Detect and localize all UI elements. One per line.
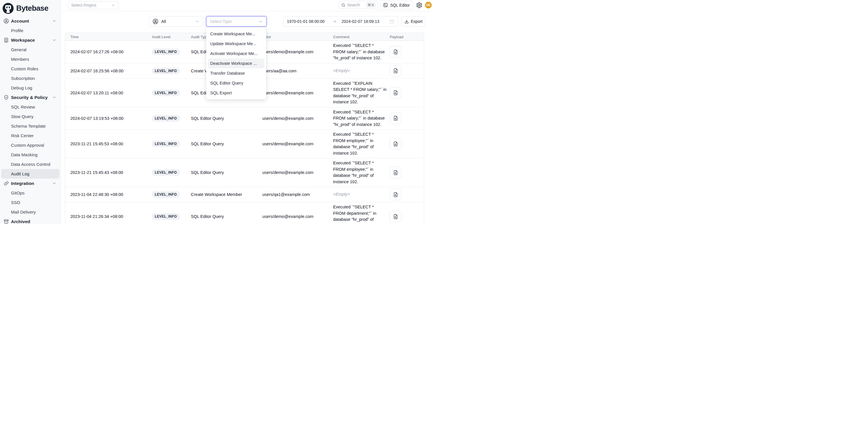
cell-time: 2024-02-07 16:25:56 +08:00 [65, 69, 152, 73]
cell-time: 2023-11-21 15:45:43 +08:00 [65, 170, 152, 175]
cell-payload [388, 138, 424, 150]
project-select[interactable]: Select Project [68, 1, 118, 9]
payload-button[interactable] [390, 189, 401, 200]
payload-button[interactable] [390, 65, 401, 77]
type-filter-dropdown: Create Workspace Me...Update Workspace M… [206, 27, 266, 100]
sidebar-item-general[interactable]: General [0, 45, 61, 55]
payload-button[interactable] [390, 113, 401, 124]
bytebase-app: Bytebase AccountProfileWorkspaceGeneralM… [0, 0, 434, 224]
sidebar-item-gitops[interactable]: GitOps [0, 188, 61, 198]
cell-time: 2024-02-07 13:19:53 +08:00 [65, 116, 152, 121]
user-circle-icon [3, 18, 9, 24]
menu-item-update-workspace-me[interactable]: Update Workspace Me... [208, 39, 264, 49]
sidebar-item-sql-review[interactable]: SQL Review [0, 102, 61, 112]
menu-item-activate-workspace-me[interactable]: Activate Workspace Me... [208, 49, 264, 59]
chevron-down-icon [52, 38, 57, 42]
column-header-payload: Payload [388, 35, 424, 39]
cell-audit-type: SQL Editor Query [191, 116, 262, 121]
sidebar-item-label: Audit Log [11, 171, 29, 176]
sidebar-item-label: SSO [11, 200, 20, 205]
menu-item-sql-export[interactable]: SQL Export [208, 88, 264, 98]
menu-item-sql-editor-query[interactable]: SQL Editor Query [208, 78, 264, 88]
payload-button[interactable] [390, 167, 401, 178]
sidebar-item-integration[interactable]: Integration [0, 179, 61, 188]
sidebar-item-account[interactable]: Account [0, 16, 61, 26]
sidebar-item-mail-delivery[interactable]: Mail Delivery [0, 207, 61, 217]
cell-payload [388, 189, 424, 200]
sidebar-item-label: Account [11, 19, 29, 24]
cell-comment: Executed `"SELECT * FROM department;"` i… [333, 202, 388, 224]
sidebar-item-subscription[interactable]: Subscription [0, 73, 61, 83]
search-input[interactable]: Search ⌘ K [339, 1, 378, 9]
cell-audit-level: LEVEL_INFO [152, 191, 191, 198]
cell-audit-level: LEVEL_INFO [152, 90, 191, 96]
sidebar-item-label: General [11, 47, 26, 52]
file-search-icon [393, 49, 398, 55]
file-search-icon [393, 141, 398, 147]
sidebar-item-schema-template[interactable]: Schema Template [0, 121, 61, 131]
payload-button[interactable] [390, 87, 401, 99]
sidebar-item-workspace[interactable]: Workspace [0, 35, 61, 45]
avatar[interactable]: DE [425, 2, 432, 8]
menu-item-create-workspace-me[interactable]: Create Workspace Me... [208, 29, 264, 39]
sidebar-item-slow-query[interactable]: Slow Query [0, 112, 61, 121]
cell-comment: Executed `"SELECT * FROM salary;"` in da… [333, 41, 388, 63]
cell-time: 2024-02-07 16:27:26 +08:00 [65, 50, 152, 54]
level-badge: LEVEL_INFO [152, 169, 180, 176]
sidebar-item-custom-roles[interactable]: Custom Roles [0, 64, 61, 73]
level-badge: LEVEL_INFO [152, 49, 180, 55]
comment-text: Executed `"SELECT * FROM employee;"` in … [333, 130, 387, 158]
sidebar-item-archived[interactable]: Archived [0, 217, 61, 224]
sidebar-item-data-access-control[interactable]: Data Access Control [0, 159, 61, 169]
column-header-time: Time [65, 35, 152, 39]
export-button[interactable]: Export [402, 16, 425, 27]
sidebar-item-label: Custom Roles [11, 66, 38, 71]
export-label: Export [411, 19, 423, 24]
search-shortcut-kbd: ⌘ K [366, 2, 375, 7]
cell-actor: users/demo@example.com [262, 141, 333, 146]
cell-audit-level: LEVEL_INFO [152, 169, 191, 176]
calendar-icon [390, 19, 394, 24]
actor-filter-value: All [161, 19, 166, 24]
payload-button[interactable] [390, 211, 401, 222]
sidebar-item-label: Members [11, 57, 29, 62]
sidebar-item-sso[interactable]: SSO [0, 198, 61, 207]
date-range-picker[interactable]: 1970-01-01 08:00:00 2024-02-07 18:09:13 [283, 16, 398, 27]
cell-actor: users/demo@example.com [262, 50, 333, 54]
payload-button[interactable] [390, 46, 401, 58]
bytebase-logo-text: Bytebase [16, 4, 48, 13]
bytebase-logo: Bytebase [0, 0, 61, 14]
sidebar-item-debug-log[interactable]: Debug Log [0, 83, 61, 93]
menu-item-transfer-database[interactable]: Transfer Database [208, 68, 264, 78]
sidebar-nav: AccountProfileWorkspaceGeneralMembersCus… [0, 16, 61, 224]
sidebar-item-custom-approval[interactable]: Custom Approval [0, 140, 61, 150]
cell-comment: <Empty> [333, 190, 388, 199]
sidebar-item-profile[interactable]: Profile [0, 26, 61, 35]
cell-time: 2024-02-07 13:20:11 +08:00 [65, 91, 152, 95]
cell-audit-level: LEVEL_INFO [152, 49, 191, 55]
sidebar-item-security-policy[interactable]: Security & Policy [0, 93, 61, 102]
sidebar-item-risk-center[interactable]: Risk Center [0, 131, 61, 140]
sidebar-item-label: Risk Center [11, 133, 34, 138]
sidebar-item-audit-log[interactable]: Audit Log [1, 169, 59, 179]
sidebar-item-label: Subscription [11, 76, 35, 81]
settings-gear-icon[interactable] [416, 2, 423, 8]
menu-item-deactivate-workspace[interactable]: Deactivate Workspace ... [208, 59, 264, 68]
file-search-icon [393, 68, 398, 73]
cell-comment: Executed `"SELECT * FROM employee;"` in … [333, 158, 388, 187]
actor-filter-select[interactable]: All [149, 16, 203, 27]
cell-audit-type: Create Workspace Member [191, 192, 262, 197]
cell-comment: Executed `"EXPLAIN SELECT * FROM salary;… [333, 79, 388, 107]
comment-text: Executed `"SELECT * FROM salary;"` in da… [333, 107, 387, 130]
sidebar-item-members[interactable]: Members [0, 55, 61, 64]
cell-actor: users/demo@example.com [262, 214, 333, 219]
payload-button[interactable] [390, 138, 401, 150]
level-badge: LEVEL_INFO [152, 115, 180, 122]
sidebar-item-data-masking[interactable]: Data Masking [0, 150, 61, 159]
type-filter-select[interactable]: Select Type [206, 16, 267, 27]
search-placeholder: Search [347, 3, 360, 7]
sql-editor-label: SQL Editor [390, 3, 410, 7]
sql-editor-button[interactable]: SQL Editor [380, 1, 413, 9]
chevron-down-icon [258, 20, 263, 24]
cell-payload [388, 113, 424, 124]
